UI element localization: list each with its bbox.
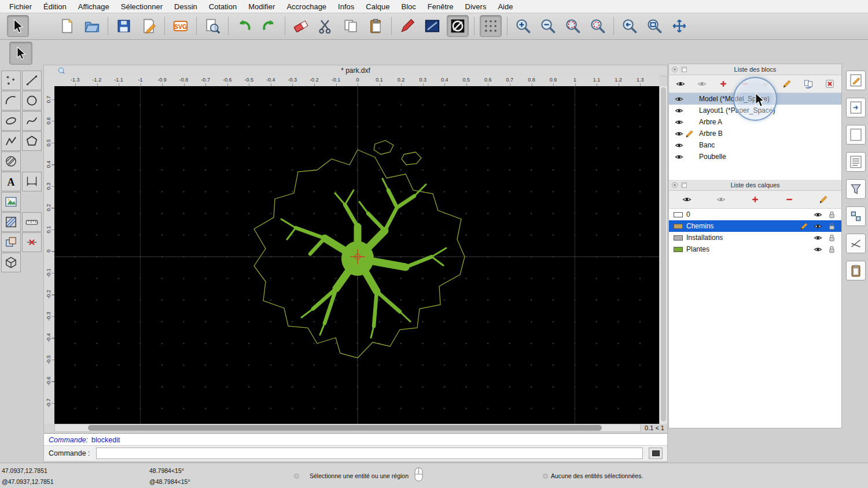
drawing-canvas-area[interactable] <box>54 86 659 424</box>
zoom-auto-button[interactable] <box>562 16 583 36</box>
dock-blank-panel[interactable] <box>846 125 866 145</box>
show-block-button[interactable] <box>672 77 689 91</box>
edit-block-button[interactable] <box>778 77 796 91</box>
zoom-out-button[interactable] <box>538 16 558 36</box>
close-panel-button[interactable] <box>671 182 678 188</box>
block-list-item[interactable]: Poubelle <box>669 151 841 162</box>
zoom-previous-button[interactable] <box>619 16 640 36</box>
remove-layer-button[interactable] <box>781 193 798 206</box>
dock-view-list[interactable] <box>846 152 866 172</box>
hide-all-layers-button[interactable] <box>712 193 730 206</box>
snap-tool[interactable] <box>22 232 42 252</box>
draw-order-tool[interactable] <box>1 232 21 252</box>
dimension-tool[interactable] <box>22 172 42 191</box>
menu-bloc[interactable]: Bloc <box>395 2 421 11</box>
redo-button[interactable] <box>259 16 279 36</box>
properties-button[interactable] <box>422 16 443 36</box>
menu-fenetre[interactable]: Fenêtre <box>422 2 459 11</box>
delete-button[interactable] <box>290 16 311 36</box>
delete-block-button[interactable] <box>821 77 838 91</box>
block-visibility-toggle[interactable] <box>674 141 684 150</box>
save-document-button[interactable] <box>113 16 134 36</box>
layer-visibility-toggle[interactable] <box>812 221 823 231</box>
grid-toggle-button[interactable] <box>480 15 502 37</box>
layer-lock-toggle[interactable] <box>826 245 837 254</box>
close-panel-button[interactable] <box>671 66 678 73</box>
add-layer-button[interactable] <box>746 193 764 206</box>
dock-library-browser[interactable] <box>846 98 866 117</box>
menu-aide[interactable]: Aide <box>492 2 518 11</box>
show-all-layers-button[interactable] <box>678 193 696 206</box>
vertical-scrollbar-thumb[interactable] <box>661 87 666 422</box>
polygon-tool[interactable] <box>22 131 42 151</box>
edit-layer-button[interactable] <box>815 193 832 206</box>
line-tool[interactable] <box>22 71 42 90</box>
points-tool[interactable] <box>1 71 21 90</box>
block-visibility-toggle[interactable] <box>674 152 684 161</box>
measure-tool[interactable] <box>22 212 42 232</box>
text-tool[interactable] <box>1 172 21 191</box>
zoom-selection-button[interactable] <box>587 16 608 36</box>
horizontal-scrollbar-thumb[interactable] <box>88 425 602 431</box>
block-list-item[interactable]: Arbre B <box>669 128 841 139</box>
add-block-button[interactable] <box>715 77 732 91</box>
layer-list-item[interactable]: Chemins <box>669 220 841 232</box>
menu-fichier[interactable]: Fichier <box>3 2 38 11</box>
menu-modifier[interactable]: Modifier <box>242 2 281 11</box>
circle-tool[interactable] <box>22 91 42 110</box>
dock-line-patterns[interactable] <box>846 234 866 253</box>
layer-lock-toggle[interactable] <box>826 210 837 219</box>
layer-list-item[interactable]: Installations <box>669 232 841 243</box>
new-document-button[interactable] <box>57 16 78 36</box>
layer-list-item[interactable]: 0 <box>669 209 841 220</box>
block-visibility-toggle[interactable] <box>674 94 684 103</box>
dock-clipboard-panel[interactable] <box>846 261 866 280</box>
block-visibility-toggle[interactable] <box>674 129 684 138</box>
menu-cotation[interactable]: Cotation <box>203 2 242 11</box>
cut-button[interactable] <box>315 16 336 36</box>
dock-selection-filter[interactable] <box>846 179 866 199</box>
menu-edition[interactable]: Édition <box>38 2 72 11</box>
ellipse-tool[interactable] <box>1 111 21 131</box>
arc-tool[interactable] <box>1 91 21 110</box>
layer-visibility-toggle[interactable] <box>812 233 823 242</box>
menu-accrochage[interactable]: Accrochage <box>281 2 332 11</box>
block-visibility-toggle[interactable] <box>674 106 684 115</box>
drawing-preferences-button[interactable] <box>138 16 159 36</box>
menu-dessin[interactable]: Dessin <box>168 2 203 11</box>
attributes-pen-button[interactable] <box>397 16 418 36</box>
isometric-view-tool[interactable] <box>1 253 21 272</box>
block-visibility-toggle[interactable] <box>674 117 684 127</box>
menu-calque[interactable]: Calque <box>360 2 395 11</box>
spline-tool[interactable] <box>22 111 42 131</box>
menu-affichage[interactable]: Affichage <box>72 2 115 11</box>
layer-list-item[interactable]: Plantes <box>669 243 841 255</box>
command-expand-button[interactable] <box>649 448 663 459</box>
undo-button[interactable] <box>234 16 255 36</box>
drawing-canvas[interactable] <box>54 86 659 424</box>
menu-selectionner[interactable]: Sélectionner <box>115 2 168 11</box>
layer-lock-toggle[interactable] <box>826 221 837 231</box>
dock-block-browser[interactable] <box>846 206 866 226</box>
image-tool[interactable] <box>1 192 21 212</box>
zoom-pan-button[interactable] <box>669 16 690 36</box>
zoom-window-button[interactable] <box>644 16 665 36</box>
zoom-in-button[interactable] <box>513 16 534 36</box>
no-fill-button[interactable] <box>447 15 469 37</box>
layer-lock-toggle[interactable] <box>826 233 837 242</box>
detach-panel-button[interactable] <box>681 66 687 73</box>
tree-branches[interactable] <box>281 179 446 338</box>
hatch-tool[interactable] <box>1 212 21 232</box>
menu-divers[interactable]: Divers <box>459 2 492 11</box>
svg-export-button[interactable] <box>170 16 191 36</box>
horizontal-scrollbar[interactable] <box>54 424 641 432</box>
vertical-scrollbar[interactable] <box>659 86 667 424</box>
polyline-tool[interactable] <box>1 131 21 151</box>
menu-infos[interactable]: Infos <box>332 2 360 11</box>
block-list-item[interactable]: Banc <box>669 139 841 151</box>
hatch-region-tool[interactable] <box>1 151 21 171</box>
insert-block-button[interactable] <box>800 77 817 91</box>
detach-panel-button[interactable] <box>681 182 687 188</box>
dock-property-editor[interactable] <box>846 71 866 90</box>
tree-canopy-blobs[interactable] <box>374 141 421 165</box>
